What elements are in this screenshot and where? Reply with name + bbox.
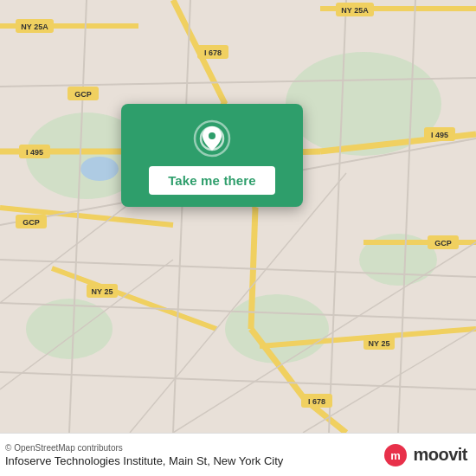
svg-point-3 [225,294,329,363]
svg-text:GCP: GCP [23,218,40,227]
moovit-logo: m moovit [383,443,467,467]
svg-text:I 678: I 678 [204,48,222,57]
location-pin-icon [193,119,231,158]
map-container: NY 25A NY 25A I 678 I 495 I 495 GCP GCP … [0,0,476,433]
svg-text:I 495: I 495 [26,148,43,157]
svg-point-59 [209,132,215,139]
openstreetmap-credit: © OpenStreetMap contributors [5,443,283,453]
svg-text:GCP: GCP [74,90,92,99]
bottom-left-info: © OpenStreetMap contributors Infoserve T… [5,443,283,467]
tooltip-card: Take me there [121,104,303,207]
svg-point-4 [26,299,113,359]
svg-text:GCP: GCP [434,239,452,248]
svg-text:I 678: I 678 [308,397,325,406]
svg-text:NY 25: NY 25 [369,339,390,348]
svg-text:NY 25A: NY 25A [341,6,369,15]
map-background: NY 25A NY 25A I 678 I 495 I 495 GCP GCP … [0,0,476,433]
svg-text:I 495: I 495 [431,131,448,139]
svg-point-6 [80,157,119,181]
take-me-there-button[interactable]: Take me there [149,166,275,195]
moovit-brand-icon: m [383,443,408,467]
svg-text:NY 25: NY 25 [92,287,113,296]
svg-text:m: m [391,449,402,462]
location-name: Infoserve Technologies Institute, Main S… [5,454,283,467]
svg-text:NY 25A: NY 25A [21,23,48,31]
moovit-brand-text: moovit [413,445,467,465]
bottom-bar: © OpenStreetMap contributors Infoserve T… [0,433,476,476]
